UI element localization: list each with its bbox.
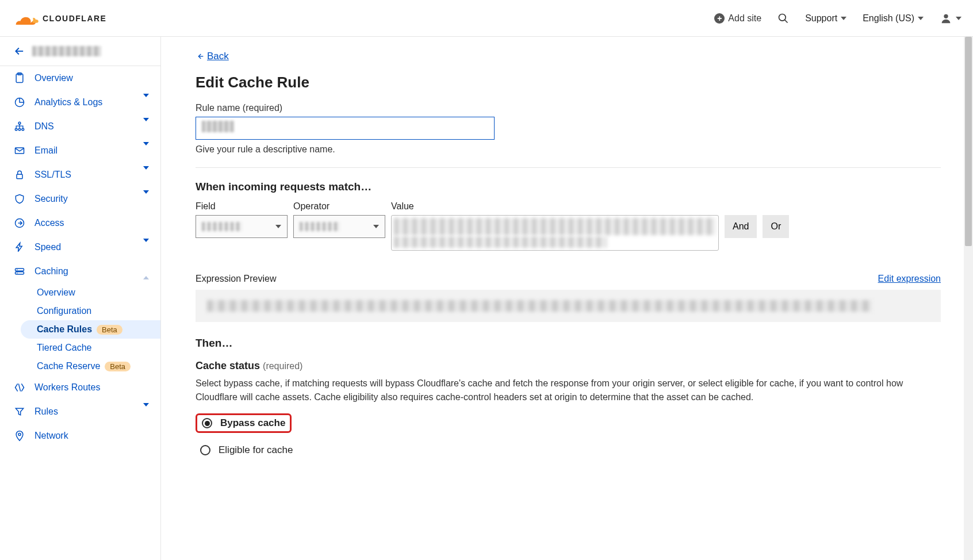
- sidebar-item-caching[interactable]: Caching: [0, 259, 160, 283]
- sidebar-item-analytics[interactable]: Analytics & Logs: [0, 90, 160, 114]
- svg-rect-14: [16, 269, 24, 271]
- chevron-down-icon: [918, 17, 924, 20]
- sidebar-subitem-label: Cache Reserve: [37, 361, 100, 371]
- sidebar-item-label: Caching: [35, 266, 68, 277]
- sidebar-subitem-label: Overview: [37, 287, 75, 298]
- sidebar-subitem-reserve[interactable]: Cache ReserveBeta: [35, 357, 160, 375]
- brand-text: CLOUDFLARE: [43, 14, 106, 23]
- or-button[interactable]: Or: [763, 215, 789, 238]
- main-content: Back Edit Cache Rule Rule name (required…: [161, 37, 973, 560]
- sidebar-item-workers[interactable]: Workers Routes: [0, 375, 160, 400]
- sidebar-subitem-label: Configuration: [37, 306, 91, 316]
- sidebar-item-overview[interactable]: Overview: [0, 66, 160, 90]
- expression-preview-box: [196, 290, 941, 322]
- scrollbar[interactable]: [964, 37, 973, 560]
- sidebar-subitem-cache-config[interactable]: Configuration: [35, 302, 160, 320]
- rule-name-help: Give your rule a descriptive name.: [196, 144, 941, 155]
- svg-point-9: [18, 128, 21, 131]
- radio-bypass-cache[interactable]: Bypass cache: [196, 413, 292, 433]
- page-title: Edit Cache Rule: [196, 74, 941, 91]
- chevron-down-icon: [143, 242, 149, 252]
- user-icon: [940, 12, 952, 25]
- funnel-icon: [14, 406, 25, 417]
- sidebar-subitem-tiered[interactable]: Tiered Cache: [35, 339, 160, 357]
- sidebar-subitem-cache-rules[interactable]: Cache RulesBeta: [21, 320, 160, 339]
- value-label: Value: [391, 201, 719, 212]
- field-select[interactable]: [196, 215, 288, 238]
- sidebar-item-label: Overview: [35, 73, 73, 83]
- shield-icon: [14, 193, 25, 205]
- match-section-title: When incoming requests match…: [196, 181, 941, 193]
- sidebar-item-network[interactable]: Network: [0, 424, 160, 448]
- sidebar-item-label: Email: [35, 145, 58, 156]
- scrollbar-thumb[interactable]: [965, 37, 972, 246]
- back-label: Back: [207, 51, 229, 62]
- svg-rect-15: [16, 272, 24, 274]
- svg-point-8: [15, 128, 17, 131]
- beta-badge: Beta: [97, 325, 122, 335]
- sidebar-item-label: Rules: [35, 406, 58, 417]
- topbar: CLOUDFLARE + Add site Support English (U…: [0, 0, 973, 37]
- chevron-up-icon: [143, 266, 149, 277]
- chevron-down-icon: [143, 121, 149, 132]
- chevron-down-icon: [143, 145, 149, 156]
- and-button[interactable]: And: [725, 215, 757, 238]
- chevron-down-icon: [373, 225, 379, 228]
- sidebar-subitem-label: Cache Rules: [37, 324, 92, 335]
- brand-logo[interactable]: CLOUDFLARE: [12, 10, 106, 26]
- svg-point-10: [22, 128, 24, 131]
- account-menu[interactable]: [940, 12, 961, 25]
- sidebar-item-dns[interactable]: DNS: [0, 114, 160, 139]
- chevron-down-icon: [143, 170, 149, 180]
- svg-rect-12: [17, 174, 22, 179]
- cloud-icon: [12, 10, 39, 26]
- sitemap-icon: [14, 121, 25, 132]
- then-section-title: Then…: [196, 337, 941, 350]
- radio-icon: [202, 418, 212, 428]
- radio-bypass-label: Bypass cache: [220, 417, 285, 429]
- search-icon[interactable]: [777, 13, 789, 24]
- cache-status-heading: Cache status (required): [196, 360, 941, 372]
- sidebar: OverviewAnalytics & LogsDNSEmailSSL/TLSS…: [0, 37, 161, 560]
- sidebar-item-label: DNS: [35, 121, 54, 132]
- lock-icon: [14, 169, 25, 181]
- match-row: Field Operator Value And Or: [196, 201, 941, 251]
- radio-eligible-label: Eligible for cache: [219, 444, 293, 456]
- sidebar-item-email[interactable]: Email: [0, 139, 160, 163]
- chevron-down-icon: [143, 194, 149, 204]
- sidebar-item-label: Access: [35, 218, 64, 228]
- language-menu[interactable]: English (US): [863, 13, 924, 24]
- add-site-button[interactable]: + Add site: [714, 13, 761, 24]
- envelope-icon: [14, 145, 25, 156]
- operator-select[interactable]: [293, 215, 385, 238]
- back-link[interactable]: Back: [196, 51, 229, 62]
- sidebar-item-access[interactable]: Access: [0, 211, 160, 235]
- value-input[interactable]: [391, 215, 719, 251]
- sidebar-item-label: Speed: [35, 242, 61, 252]
- enter-icon: [14, 217, 25, 229]
- support-menu[interactable]: Support: [805, 13, 846, 24]
- beta-badge: Beta: [105, 362, 131, 371]
- sidebar-item-label: Network: [35, 431, 68, 441]
- site-selector[interactable]: [0, 37, 160, 66]
- radio-eligible-cache[interactable]: Eligible for cache: [196, 442, 297, 458]
- pin-icon: [14, 430, 25, 442]
- field-label: Field: [196, 201, 288, 212]
- svg-line-1: [785, 20, 788, 22]
- sidebar-item-security[interactable]: Security: [0, 187, 160, 211]
- sidebar-item-speed[interactable]: Speed: [0, 235, 160, 259]
- edit-expression-link[interactable]: Edit expression: [878, 274, 941, 284]
- rule-name-input[interactable]: [196, 117, 495, 140]
- language-label: English (US): [863, 13, 914, 24]
- arrow-left-icon[interactable]: [12, 45, 24, 57]
- sidebar-subitem-cache-overview[interactable]: Overview: [35, 283, 160, 302]
- svg-point-16: [17, 269, 18, 270]
- operator-label: Operator: [293, 201, 385, 212]
- sidebar-item-ssl[interactable]: SSL/TLS: [0, 163, 160, 187]
- chevron-down-icon: [841, 17, 846, 20]
- svg-point-7: [18, 122, 21, 124]
- pie-icon: [14, 97, 25, 108]
- sidebar-item-label: SSL/TLS: [35, 170, 71, 180]
- sidebar-item-rules[interactable]: Rules: [0, 400, 160, 424]
- support-label: Support: [805, 13, 837, 24]
